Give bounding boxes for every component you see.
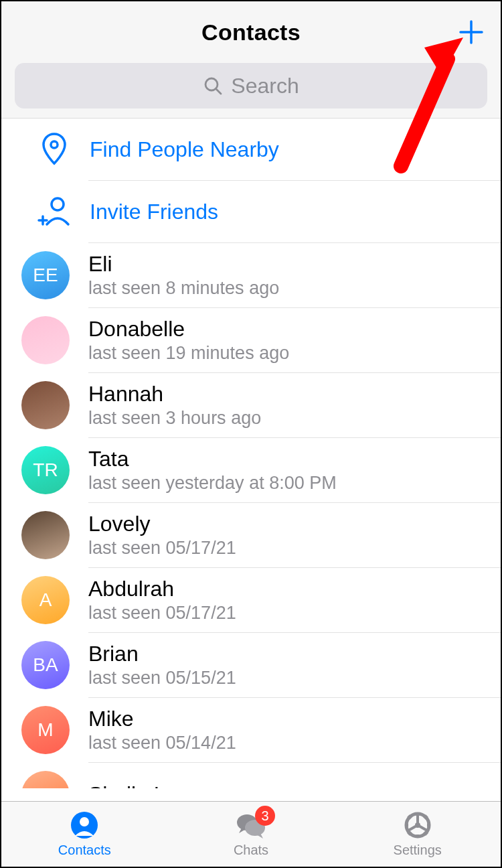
avatar: BA [21, 641, 70, 689]
contact-status: last seen yesterday at 8:00 PM [88, 473, 337, 494]
page-title: Contacts [201, 19, 301, 46]
tab-bar: Contacts 3 Chats [1, 801, 501, 867]
contact-name: Brian [88, 642, 236, 666]
add-contact-button[interactable] [456, 17, 486, 47]
contact-name: Eli [88, 252, 279, 277]
contact-name: Hannah [88, 382, 261, 407]
avatar: EE [21, 251, 70, 299]
contact-row[interactable]: MMikelast seen 05/14/21 [1, 698, 501, 762]
avatar [21, 511, 70, 559]
tab-contacts[interactable]: Contacts [1, 802, 168, 867]
contact-status: last seen 8 minutes ago [88, 278, 279, 299]
search-placeholder: Search [231, 74, 299, 98]
contact-name: Lovely [88, 512, 236, 536]
contact-status: last seen 05/15/21 [88, 668, 236, 689]
action-label: Find People Nearby [90, 137, 279, 162]
contact-name: Tata [88, 447, 337, 472]
content-area: Find People NearbyInvite Friends EEElila… [1, 119, 501, 788]
avatar: TR [21, 446, 70, 494]
svg-line-27 [424, 816, 427, 818]
contact-status: last seen 05/17/21 [88, 538, 236, 559]
contact-row[interactable]: BABrianlast seen 05/15/21 [1, 633, 501, 697]
action-label: Invite Friends [90, 200, 218, 224]
tab-contacts-label: Contacts [58, 843, 111, 858]
avatar: M [21, 706, 70, 754]
contact-row[interactable]: EEElilast seen 8 minutes ago [1, 243, 501, 307]
contact-row[interactable]: Lovelylast seen 05/17/21 [1, 503, 501, 567]
svg-line-26 [408, 832, 411, 835]
header: Contacts Search [1, 1, 501, 119]
contact-status: last seen 05/14/21 [88, 733, 236, 753]
chats-badge: 3 [255, 806, 275, 826]
contact-row[interactable]: AAbdulrahlast seen 05/17/21 [1, 568, 501, 632]
svg-point-8 [52, 198, 64, 210]
location-pin-icon [41, 133, 68, 166]
search-icon [203, 76, 223, 96]
contact-name: Mike [88, 707, 236, 731]
svg-point-12 [80, 817, 89, 826]
avatar: A [21, 576, 70, 624]
find-people-nearby[interactable]: Find People Nearby [1, 119, 501, 180]
contacts-list[interactable]: EEElilast seen 8 minutes agoDonabellelas… [1, 243, 501, 788]
avatar [21, 771, 70, 788]
contact-name: Abdulrah [88, 577, 236, 601]
invite-icon-wrap [37, 196, 71, 227]
svg-line-18 [418, 825, 427, 830]
contact-status: last seen 3 hours ago [88, 408, 261, 429]
contact-status: last seen 05/17/21 [88, 603, 236, 624]
contacts-icon [70, 810, 99, 840]
tab-chats-label: Chats [234, 843, 268, 858]
svg-line-3 [216, 89, 221, 94]
svg-line-25 [424, 832, 427, 835]
tab-settings-label: Settings [394, 843, 442, 858]
contact-row[interactable]: Sheila Lacuna [1, 763, 501, 788]
settings-gear-icon [403, 810, 432, 840]
tab-chats[interactable]: 3 Chats [168, 802, 335, 867]
svg-line-24 [408, 816, 411, 818]
tab-settings[interactable]: Settings [334, 802, 501, 867]
contact-row[interactable]: TRTatalast seen yesterday at 8:00 PM [1, 438, 501, 502]
plus-icon [458, 19, 484, 45]
header-top: Contacts [15, 13, 487, 51]
pin-icon-wrap [37, 133, 71, 166]
contact-name: Donabelle [88, 317, 289, 342]
contact-row[interactable]: Hannahlast seen 3 hours ago [1, 373, 501, 437]
svg-line-19 [408, 825, 418, 830]
svg-point-7 [51, 141, 58, 148]
invite-person-icon [37, 196, 71, 227]
contact-row[interactable]: Donabellelast seen 19 minutes ago [1, 308, 501, 372]
search-input[interactable]: Search [15, 63, 487, 108]
contact-status: last seen 19 minutes ago [88, 343, 289, 364]
avatar [21, 316, 70, 364]
invite-friends[interactable]: Invite Friends [1, 181, 501, 242]
contact-name: Sheila Lacuna [88, 782, 224, 788]
avatar [21, 381, 70, 429]
